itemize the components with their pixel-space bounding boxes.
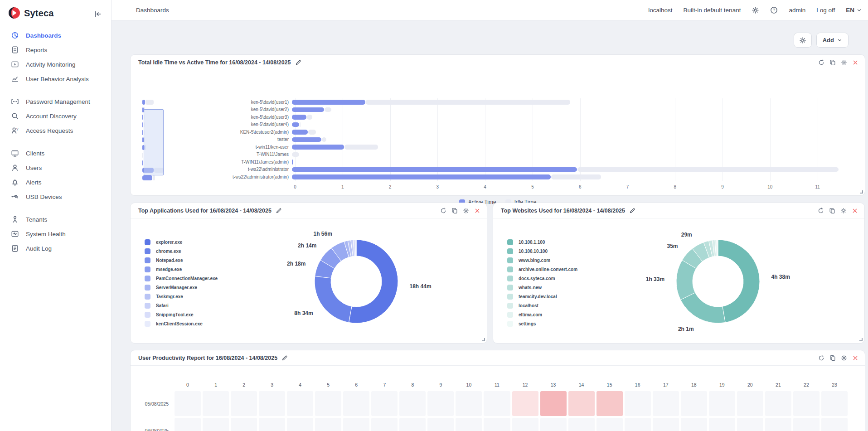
idle-time-bar[interactable] (322, 137, 326, 142)
heatmap-cell[interactable] (456, 391, 482, 416)
idle-time-bar[interactable] (308, 130, 316, 135)
sidebar-item-system-health[interactable]: System Health (0, 227, 111, 241)
add-widget-button[interactable]: Add (816, 33, 849, 48)
sidebar-item-account-discovery[interactable]: Account Discovery (0, 109, 111, 123)
heatmap-cell[interactable] (653, 391, 679, 416)
heatmap-cell[interactable] (540, 391, 567, 416)
refresh-icon[interactable] (818, 208, 824, 214)
edit-pencil-icon[interactable] (295, 59, 301, 66)
edit-pencil-icon[interactable] (276, 208, 282, 214)
heatmap-cell[interactable] (399, 391, 426, 416)
heatmap-cell[interactable] (203, 391, 229, 416)
heatmap-cell[interactable] (231, 418, 257, 431)
heatmap-cell[interactable] (709, 418, 735, 431)
sidebar-item-password-management[interactable]: Password Management (0, 94, 111, 109)
donut-slice[interactable] (718, 240, 760, 323)
host-link[interactable]: localhost (648, 7, 672, 14)
widget-gear-icon[interactable] (841, 59, 847, 66)
widget-gear-icon[interactable] (840, 208, 847, 214)
heatmap-cell[interactable] (456, 418, 482, 431)
close-icon[interactable] (474, 208, 480, 214)
sidebar-item-clients[interactable]: Clients (0, 146, 111, 160)
logoff-link[interactable]: Log off (816, 7, 835, 14)
heatmap-cell[interactable] (596, 391, 623, 416)
heatmap-cell[interactable] (287, 418, 313, 431)
settings-gear-icon[interactable] (752, 6, 759, 14)
active-time-bar[interactable] (292, 115, 306, 120)
refresh-icon[interactable] (440, 208, 446, 214)
user-menu[interactable]: admin (789, 7, 805, 14)
heatmap-cell[interactable] (821, 418, 848, 431)
heatmap-cell[interactable] (625, 391, 651, 416)
heatmap-cell[interactable] (315, 391, 341, 416)
copy-icon[interactable] (829, 208, 835, 214)
donut-slice[interactable] (680, 293, 725, 323)
sidebar-collapse-icon[interactable] (94, 10, 102, 18)
heatmap-cell[interactable] (709, 391, 735, 416)
idle-time-bar[interactable] (577, 167, 839, 172)
close-icon[interactable] (852, 208, 858, 214)
active-time-bar[interactable] (292, 174, 551, 179)
language-selector[interactable]: EN (846, 7, 862, 14)
close-icon[interactable] (852, 59, 858, 66)
heatmap-cell[interactable] (737, 418, 763, 431)
idle-time-bar[interactable] (366, 100, 570, 105)
heatmap-cell[interactable] (343, 391, 369, 416)
refresh-icon[interactable] (818, 59, 824, 66)
edit-pencil-icon[interactable] (629, 208, 635, 214)
heatmap-cell[interactable] (287, 391, 313, 416)
heatmap-cell[interactable] (737, 391, 763, 416)
heatmap-cell[interactable] (681, 391, 707, 416)
copy-icon[interactable] (829, 59, 836, 66)
heatmap-cell[interactable] (231, 391, 257, 416)
heatmap-cell[interactable] (568, 418, 595, 431)
active-time-bar[interactable] (292, 137, 321, 142)
heatmap-cell[interactable] (371, 418, 398, 431)
sidebar-item-user-behavior-analysis[interactable]: User Behavior Analysis (0, 72, 111, 86)
widget-gear-icon[interactable] (841, 355, 847, 361)
sidebar-item-alerts[interactable]: Alerts (0, 175, 111, 189)
active-time-bar[interactable] (292, 160, 293, 165)
heatmap-cell[interactable] (371, 391, 398, 416)
heatmap-cell[interactable] (765, 391, 791, 416)
active-time-bar[interactable] (292, 167, 577, 172)
idle-time-bar[interactable] (292, 152, 299, 157)
dashboard-settings-button[interactable] (794, 33, 812, 48)
help-icon[interactable] (770, 6, 778, 14)
sidebar-item-activity-monitoring[interactable]: Activity Monitoring (0, 57, 111, 72)
heatmap-cell[interactable] (512, 418, 538, 431)
heatmap-cell[interactable] (343, 418, 369, 431)
resize-handle[interactable] (482, 338, 485, 341)
heatmap-cell[interactable] (821, 391, 848, 416)
edit-pencil-icon[interactable] (281, 355, 288, 361)
heatmap-cell[interactable] (653, 418, 679, 431)
resize-handle[interactable] (860, 190, 863, 194)
heatmap-cell[interactable] (175, 418, 201, 431)
heatmap-cell[interactable] (484, 418, 510, 431)
heatmap-cell[interactable] (175, 391, 201, 416)
active-time-bar[interactable] (292, 145, 344, 150)
refresh-icon[interactable] (818, 355, 824, 361)
heatmap-cell[interactable] (625, 418, 651, 431)
active-time-bar[interactable] (292, 122, 299, 127)
copy-icon[interactable] (829, 355, 836, 361)
sidebar-item-audit-log[interactable]: Audit Log (0, 241, 111, 256)
heatmap-cell[interactable] (203, 418, 229, 431)
sidebar-item-tenants[interactable]: Tenants (0, 212, 111, 227)
sidebar-item-reports[interactable]: Reports (0, 43, 111, 57)
close-icon[interactable] (852, 355, 858, 361)
heatmap-cell[interactable] (512, 391, 538, 416)
sidebar-item-access-requests[interactable]: Access Requests (0, 123, 111, 138)
donut-slice[interactable] (315, 276, 352, 322)
heatmap-cell[interactable] (793, 418, 820, 431)
copy-icon[interactable] (451, 208, 458, 214)
resize-handle[interactable] (859, 338, 863, 341)
heatmap-cell[interactable] (427, 418, 454, 431)
idle-time-bar[interactable] (551, 174, 601, 179)
heatmap-cell[interactable] (681, 418, 707, 431)
idle-time-bar[interactable] (344, 145, 378, 150)
heatmap-cell[interactable] (315, 418, 341, 431)
sidebar-item-users[interactable]: Users (0, 160, 111, 175)
heatmap-cell[interactable] (793, 391, 820, 416)
heatmap-cell[interactable] (427, 391, 454, 416)
